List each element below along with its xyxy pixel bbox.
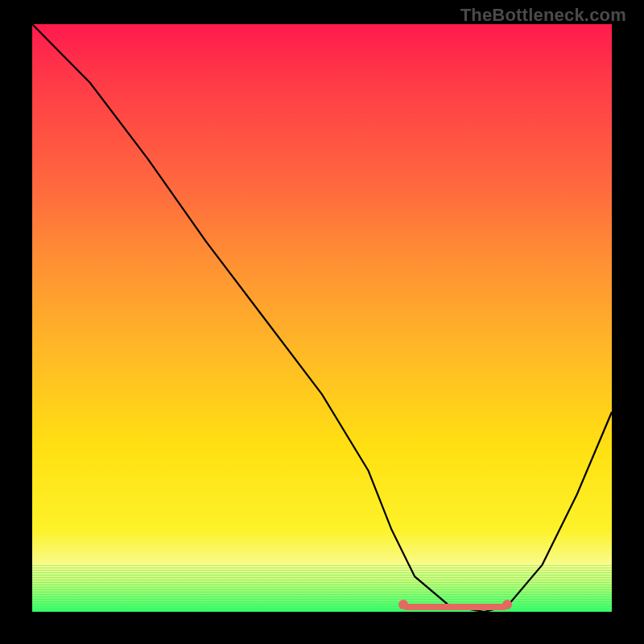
optimal-range-highlight <box>403 604 508 610</box>
chart-frame: TheBottleneck.com <box>0 0 644 644</box>
plot-area <box>32 24 612 612</box>
watermark-text: TheBottleneck.com <box>460 5 626 26</box>
optimal-range-end-dot <box>502 600 512 609</box>
optimal-range-start-dot <box>398 600 408 609</box>
bottleneck-curve <box>32 24 612 612</box>
